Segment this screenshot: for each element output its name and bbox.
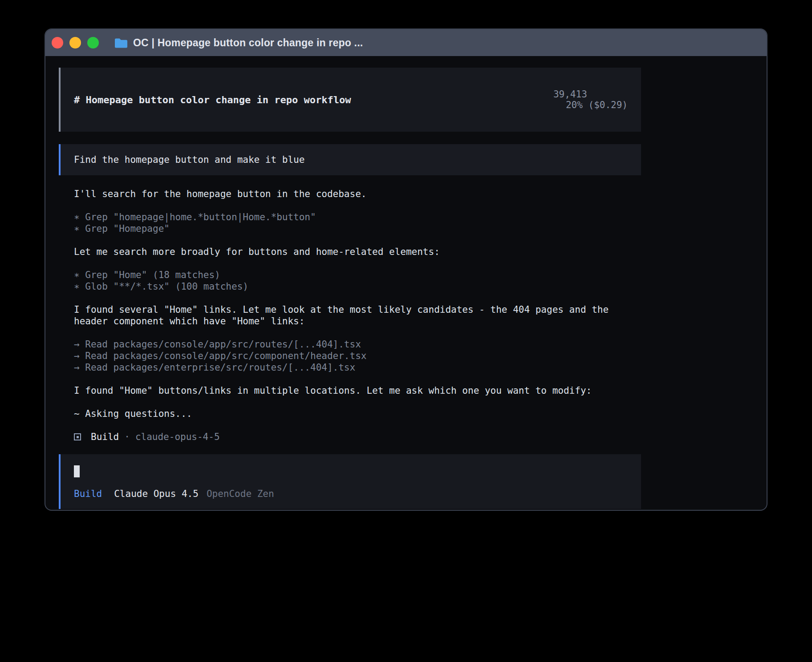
tool-call-read: → Read packages/console/app/src/routes/[… [74, 339, 641, 350]
assistant-text: I found "Home" buttons/links in multiple… [74, 385, 641, 396]
agent-separator: · [124, 431, 130, 443]
tool-call-grep: ∗ Grep "Home" (18 matches) [74, 269, 641, 281]
context-usage: 20% ($0.29) [566, 100, 628, 110]
agent-model: claude-opus-4-5 [135, 431, 220, 443]
prompt-input[interactable]: Build Claude Opus 4.5 OpenCode Zen [59, 454, 641, 509]
tool-call-grep: ∗ Grep "homepage|home.*button|Home.*butt… [74, 211, 641, 223]
agent-status-line: Build · claude-opus-4-5 [74, 431, 641, 443]
agent-build-icon [74, 433, 81, 440]
status-asking-questions: ~ Asking questions... [74, 408, 641, 420]
terminal-content: # Homepage button color change in repo w… [59, 68, 641, 509]
window-title: OC | Homepage button color change in rep… [133, 37, 363, 49]
input-mode-row: Build Claude Opus 4.5 OpenCode Zen [74, 488, 628, 499]
tool-call-read: → Read packages/enterprise/src/routes/[.… [74, 362, 641, 373]
tool-call-glob: ∗ Glob "**/*.tsx" (100 matches) [74, 281, 641, 292]
mode-label[interactable]: Build [74, 488, 102, 499]
tool-call-read: → Read packages/console/app/src/componen… [74, 350, 641, 362]
session-header: # Homepage button color change in repo w… [59, 68, 641, 132]
provider-label: OpenCode Zen [207, 488, 274, 499]
assistant-text: Let me search more broadly for buttons a… [74, 246, 641, 258]
assistant-text: I'll search for the homepage button in t… [74, 188, 641, 200]
desktop-background: OC | Homepage button color change in rep… [0, 0, 812, 662]
text-cursor [74, 465, 80, 477]
assistant-transcript: I'll search for the homepage button in t… [59, 188, 641, 443]
zoom-button[interactable] [87, 37, 99, 48]
user-message: Find the homepage button and make it blu… [59, 144, 641, 175]
token-count: 39,413 [553, 89, 587, 100]
assistant-text: I found several "Home" links. Let me loo… [74, 304, 641, 327]
session-title: # Homepage button color change in repo w… [74, 94, 351, 105]
terminal-window: OC | Homepage button color change in rep… [45, 28, 767, 511]
model-label[interactable]: Claude Opus 4.5 [114, 488, 199, 499]
minimize-button[interactable] [69, 37, 81, 48]
folder-icon [114, 37, 127, 48]
window-titlebar[interactable]: OC | Homepage button color change in rep… [45, 29, 767, 56]
agent-name: Build [91, 431, 119, 443]
close-button[interactable] [52, 37, 63, 48]
tool-call-grep: ∗ Grep "Homepage" [74, 223, 641, 234]
session-meta: 39,413 20% ($0.29) [497, 78, 628, 121]
